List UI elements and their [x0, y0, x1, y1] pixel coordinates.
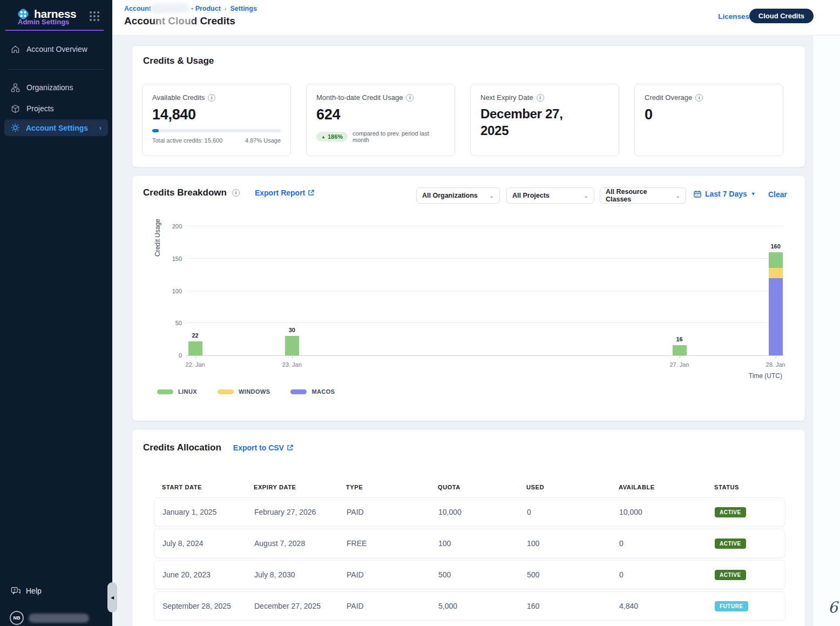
chart-bar[interactable]: 160: [769, 252, 783, 355]
page-title: Account Cloud Credits: [124, 15, 235, 27]
chart-x-tick: [776, 356, 776, 359]
chart-x-tick-label: 23. Jan: [282, 361, 302, 368]
date-range-label: Last 7 Days: [705, 190, 747, 198]
app-grid-icon[interactable]: [90, 11, 99, 21]
sidebar-collapse-handle[interactable]: ◀: [107, 582, 117, 612]
legend-swatch: [290, 389, 307, 394]
date-range-picker[interactable]: Last 7 Days ▼: [694, 190, 756, 198]
sidebar-item-organizations[interactable]: Organizations: [0, 78, 112, 97]
legend-label: LINUX: [178, 388, 197, 395]
cell-start-date: September 28, 2025: [162, 602, 254, 610]
allocation-rows: January 1, 2025February 27, 2026PAID10,0…: [154, 497, 785, 621]
bar-segment-linux[interactable]: [188, 341, 202, 355]
cell-status: FUTURE: [715, 601, 785, 611]
cloud-credits-button[interactable]: Cloud Credits: [749, 9, 814, 23]
column-header[interactable]: TYPE: [346, 484, 438, 490]
filter-projects-select[interactable]: All Projects⌄: [506, 187, 594, 204]
dropdown-arrow-icon: ▼: [751, 191, 756, 197]
cell-available: 0: [619, 570, 715, 579]
cell-status: ACTIVE: [715, 570, 785, 580]
column-header[interactable]: STATUS: [714, 484, 785, 490]
credits-breakdown-title: Credits Breakdown: [143, 187, 227, 198]
chart-bar[interactable]: 16: [673, 345, 687, 355]
bar-segment-linux[interactable]: [285, 336, 299, 355]
chart-x-tick: [195, 356, 196, 359]
info-icon[interactable]: i: [537, 94, 544, 102]
clear-filters-link[interactable]: Clear: [768, 190, 787, 199]
export-report-link[interactable]: Export Report: [255, 189, 314, 197]
table-row[interactable]: July 8, 2024August 7, 2028FREE1001000ACT…: [154, 529, 785, 558]
filter-organizations-select[interactable]: All Organizations⌄: [416, 187, 500, 204]
breadcrumb-product[interactable]: - Product: [191, 5, 221, 12]
chart-y-tick-label: 0: [160, 352, 182, 359]
avatar[interactable]: NB: [10, 611, 24, 625]
credits-progress-fill: [152, 129, 159, 132]
chart-gridline: [186, 291, 783, 291]
cell-available: 0: [619, 539, 715, 548]
status-badge: FUTURE: [715, 601, 748, 611]
sidebar-item-account-overview[interactable]: Account Overview: [0, 40, 112, 58]
breadcrumb-settings-link[interactable]: Settings: [231, 5, 257, 12]
column-header[interactable]: AVAILABLE: [619, 484, 714, 490]
chevron-down-icon: ⌄: [490, 193, 494, 199]
gear-icon: [11, 123, 20, 132]
info-icon[interactable]: i: [232, 189, 240, 197]
legend-item-linux[interactable]: LINUX: [157, 388, 197, 395]
annotation-mark: 6: [828, 598, 838, 616]
credits-usage-title: Credits & Usage: [143, 56, 214, 66]
cell-start-date: July 8, 2024: [162, 539, 254, 548]
table-row[interactable]: June 20, 2023July 8, 2030PAID5005000ACTI…: [154, 560, 785, 589]
home-icon: [11, 45, 20, 54]
credit-overage-value: 0: [645, 106, 773, 123]
column-header[interactable]: EXPIRY DATE: [254, 484, 346, 490]
stat-label: Next Expiry Date: [480, 93, 533, 102]
sidebar-item-projects[interactable]: Projects: [0, 99, 112, 118]
scrollbar-track[interactable]: [812, 36, 840, 626]
chart-gridline: [186, 258, 783, 259]
projects-icon: [11, 104, 20, 113]
table-row[interactable]: January 1, 2025February 27, 2026PAID10,0…: [154, 497, 785, 527]
chevron-down-icon: ⌄: [584, 193, 588, 199]
sidebar-item-label: Projects: [26, 104, 54, 113]
bar-segment-linux[interactable]: [769, 252, 783, 268]
stat-label: Credit Overage: [645, 93, 692, 102]
filter-resource-classes-select[interactable]: All Resource Classes⌄: [600, 187, 686, 204]
stat-label: Available Credits: [152, 93, 205, 102]
bar-segment-macos[interactable]: [769, 278, 783, 355]
available-credits-card: Available Credits i 14,840 Total active …: [142, 84, 291, 156]
bar-total-label: 30: [289, 327, 295, 333]
licenses-link[interactable]: Licenses: [718, 12, 749, 21]
bar-segment-windows[interactable]: [769, 268, 783, 278]
info-icon[interactable]: i: [208, 94, 215, 102]
column-header[interactable]: USED: [526, 484, 619, 490]
cell-status: ACTIVE: [715, 507, 785, 517]
credit-overage-card: Credit Overage i 0: [634, 84, 783, 156]
column-header[interactable]: START DATE: [162, 484, 254, 490]
chart-bar[interactable]: 22: [188, 341, 202, 355]
calendar-icon: [694, 190, 701, 198]
info-icon[interactable]: i: [695, 94, 703, 102]
bar-segment-linux[interactable]: [673, 345, 687, 355]
breadcrumb-account-link[interactable]: Account: [124, 5, 151, 12]
breadcrumb[interactable]: Account - Product › Settings: [124, 5, 257, 12]
chart-bar[interactable]: 30: [285, 336, 299, 355]
sidebar-item-account-settings[interactable]: Account Settings ›: [4, 119, 108, 136]
cell-used: 0: [527, 508, 619, 516]
legend-item-windows[interactable]: WINDOWS: [218, 388, 270, 395]
legend-item-macos[interactable]: MACOS: [290, 388, 335, 395]
column-header[interactable]: QUOTA: [438, 484, 526, 490]
cell-expiry-date: July 8, 2030: [254, 570, 347, 579]
chart-gridline: [186, 226, 783, 226]
info-icon[interactable]: i: [406, 94, 414, 102]
sidebar-item-label: Organizations: [26, 83, 73, 92]
export-csv-link[interactable]: Export to CSV: [233, 443, 293, 452]
external-link-icon: [287, 445, 293, 451]
user-profile[interactable]: NB: [10, 611, 89, 625]
cell-quota: 10,000: [438, 508, 527, 516]
total-active-credits: Total active credits: 15,600: [152, 137, 222, 144]
help-button[interactable]: ? Help: [11, 587, 42, 595]
chevron-down-icon: ⌄: [676, 193, 680, 199]
chart-plot: 0501001502002222. Jan3023. Jan1627. Jan1…: [186, 227, 783, 356]
table-row[interactable]: September 28, 2025December 27, 2025PAID5…: [154, 591, 785, 621]
cell-start-date: June 20, 2023: [162, 570, 254, 579]
